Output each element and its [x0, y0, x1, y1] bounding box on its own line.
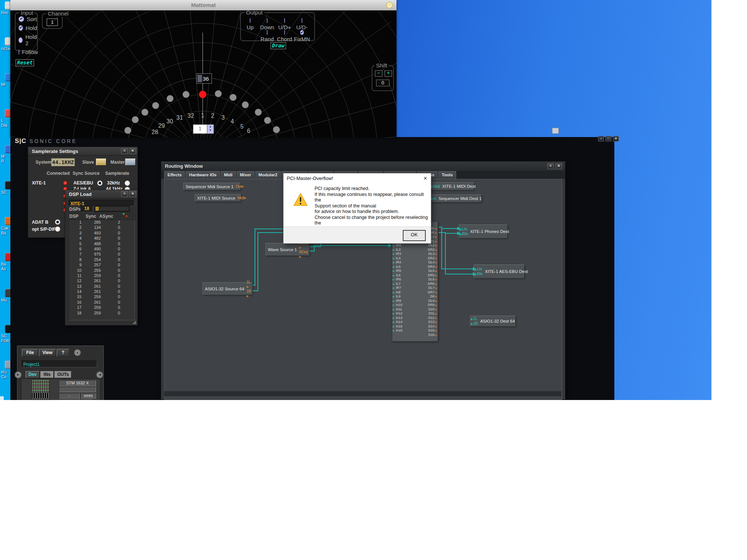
port-arrow-icon[interactable]: ▶: [299, 246, 301, 249]
desktop-shortcut[interactable]: eLi Co: [0, 361, 10, 395]
down-radio[interactable]: [267, 18, 268, 23]
box-xite1-phones-dest[interactable]: ▶LIn ▶RIn XITE-1 Phones Dest: [459, 224, 507, 238]
shift-plus-button[interactable]: +: [385, 70, 392, 77]
port-arrow-icon[interactable]: ▶: [246, 294, 249, 298]
box-wave-source[interactable]: Wave Source 1 LOut ▶ ROut ▶: [265, 243, 309, 256]
patchbay-output-label[interactable]: D12: [428, 316, 437, 320]
tab-outs[interactable]: OUTs: [54, 371, 72, 378]
port-arrow-icon[interactable]: ▶: [246, 285, 249, 289]
tab-ins[interactable]: INs: [40, 371, 54, 378]
dsp-load-table[interactable]: 1 285 2 2 134 0 3 493 0 4: [69, 220, 135, 320]
routing-tab[interactable]: Hardware IOs: [186, 171, 220, 179]
spinner-buttons-icon[interactable]: ▲▼: [207, 124, 214, 134]
patchbay-output-label[interactable]: xR: [431, 231, 437, 235]
project-name-field[interactable]: Project1: [21, 360, 97, 367]
desktop-shortcut[interactable]: Cak Ba: [0, 217, 10, 251]
patchbay-input-label[interactable]: IL6: [393, 273, 401, 278]
patchbay-output-label[interactable]: DR2: [428, 248, 437, 252]
draw-button[interactable]: Draw: [270, 42, 286, 49]
patchbay-output-label[interactable]: DL7: [428, 286, 437, 290]
close-icon[interactable]: ✕: [129, 191, 136, 197]
patchbay-row[interactable]: In15 D14: [392, 324, 438, 329]
patchbay-output-label[interactable]: DR3: [428, 256, 437, 261]
desktop-shortcut[interactable]: L Dia: [0, 109, 10, 144]
patchbay-output-label[interactable]: DR6: [428, 282, 437, 286]
dialog-titlebar[interactable]: PCI-Master-Overflow! ✕: [283, 173, 431, 183]
box-asio-dest[interactable]: ▶1L ▶1R ASIO1-32 Dest 64: [470, 316, 515, 326]
patchbay-input-label[interactable]: IR9: [393, 299, 401, 303]
sort-radio-checked[interactable]: ✔: [19, 16, 24, 22]
patchbay-output-label[interactable]: xL: [431, 226, 437, 231]
shift-minus-button[interactable]: −: [375, 70, 382, 77]
patchbay-row[interactable]: In12 D11: [392, 311, 438, 316]
minimize-icon[interactable]: −: [386, 2, 393, 9]
patchbay-input-label[interactable]: In13: [393, 316, 402, 320]
patchbay-input-label[interactable]: IR6: [393, 277, 401, 282]
patchbay-input-label[interactable]: IR7: [393, 286, 401, 290]
patchbay-output-label[interactable]: DL6: [428, 277, 437, 282]
device-omni-field[interactable]: omni: [80, 393, 96, 399]
desktop-shortcut[interactable]: M R: [0, 145, 10, 180]
rand-radio[interactable]: [267, 30, 268, 35]
desktop-shortcut[interactable]: Mu: [0, 289, 10, 323]
help-menu[interactable]: ?: [57, 349, 69, 357]
udminus-radio[interactable]: [302, 18, 302, 23]
adat-b-radio[interactable]: [55, 219, 60, 225]
routing-tab[interactable]: Modular2: [255, 171, 281, 179]
desktop-shortcut[interactable]: Mi: [0, 73, 10, 108]
patchbay-input-label[interactable]: In12: [393, 311, 402, 316]
aesebu-radio[interactable]: [97, 180, 103, 186]
patchbay-input-label[interactable]: IL5: [393, 265, 401, 269]
device-name-field[interactable]: STM 1632 X: [59, 380, 96, 386]
patchbay-row[interactable]: IL4 DR3: [392, 256, 438, 261]
device-field-dash1[interactable]: -: [59, 393, 80, 399]
hold-radio-checked[interactable]: ✔: [19, 25, 23, 31]
active-step-dot[interactable]: [199, 91, 206, 98]
patchbay-row[interactable]: In14 D13: [392, 320, 438, 324]
box-xite1-midi-dest[interactable]: ▶ Midi XITE-1 MIDI Dest: [430, 182, 474, 190]
port-arrow-icon[interactable]: ▶: [299, 255, 301, 259]
box-asio-source[interactable]: ASIO1-32 Source 64 1L ▶ 1R ▶: [202, 282, 252, 295]
patchbay-output-label[interactable]: DL3: [428, 252, 437, 256]
routing-tab[interactable]: Effects: [164, 171, 185, 179]
patchbay-row[interactable]: IR6 DL6: [392, 277, 438, 282]
box-sequencer-midi-source[interactable]: Sequencer Midi Source 1 Out ▶: [183, 183, 240, 190]
rate-32khz-radio[interactable]: [124, 180, 130, 186]
routing-tab[interactable]: Tools: [438, 171, 456, 179]
close-icon[interactable]: ✕: [555, 163, 562, 169]
patchbay-row[interactable]: IL5 DR4: [392, 265, 438, 269]
routing-tab[interactable]: Midi: [221, 171, 236, 179]
close-icon[interactable]: ✕: [613, 136, 619, 141]
patchbay-output-label[interactable]: D13: [428, 320, 437, 324]
patchbay-row[interactable]: D16: [392, 333, 438, 337]
spinner-value-field[interactable]: 1: [193, 124, 207, 134]
patchbay-row[interactable]: IR3 DL3: [392, 252, 438, 256]
patchbay-row[interactable]: In11 D10: [392, 307, 438, 312]
patchbay-output-label[interactable]: DR9: [428, 303, 437, 307]
hold2-radio[interactable]: [19, 37, 23, 43]
patchbay-input-label[interactable]: IR4: [393, 260, 401, 265]
patchbay-row[interactable]: IL9 D8: [392, 294, 438, 299]
chord-radio[interactable]: [284, 30, 285, 35]
patchbay-row[interactable]: In13 D12: [392, 316, 438, 320]
patchbay-row[interactable]: IR4 DL4: [392, 260, 438, 265]
desktop-shortcut[interactable]: Rec: [0, 1, 10, 36]
patchbay-row[interactable]: IR9 DL9: [392, 299, 438, 303]
patchbay-input-label[interactable]: IL9: [393, 294, 401, 299]
patchbay-row[interactable]: IR2 DL2: [392, 243, 438, 248]
ok-button[interactable]: OK: [403, 230, 426, 241]
patchbay-output-label[interactable]: D11: [429, 311, 437, 316]
file-menu[interactable]: File: [22, 349, 38, 357]
device-field-dash2[interactable]: -: [59, 399, 80, 400]
collapse-icon[interactable]: ▲: [74, 349, 81, 356]
channel-value-field[interactable]: 1: [47, 19, 58, 26]
routing-tab[interactable]: Mixer: [237, 171, 255, 179]
patchbay-output-label[interactable]: D8: [430, 294, 437, 299]
step-value-slider[interactable]: [197, 75, 202, 82]
samplerate-titlebar[interactable]: Samplerate Settings = ✕: [28, 147, 137, 156]
patchbay-output-label[interactable]: D10: [428, 307, 437, 312]
desktop-shortcut[interactable]: SC FOR: [0, 325, 10, 359]
minimize-icon[interactable]: =: [121, 191, 128, 197]
spdif-radio[interactable]: [55, 226, 60, 232]
follow-radio[interactable]: [19, 49, 19, 55]
